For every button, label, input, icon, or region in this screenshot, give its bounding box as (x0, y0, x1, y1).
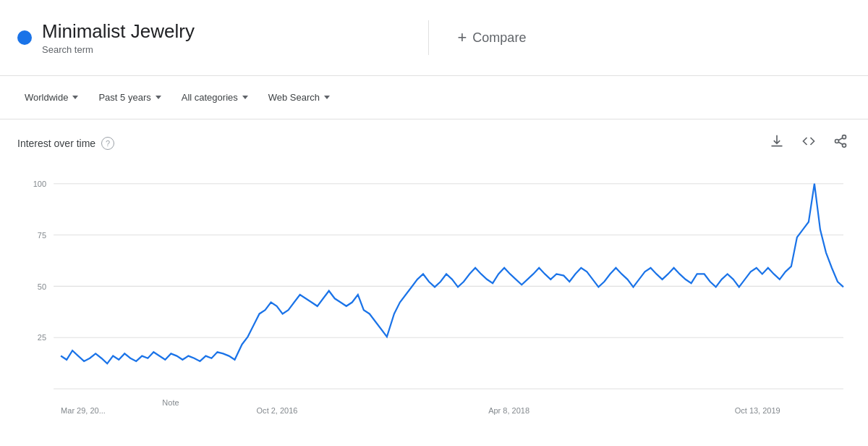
svg-text:25: 25 (38, 333, 46, 342)
type-label: Web Search (268, 92, 320, 103)
svg-point-2 (843, 143, 846, 147)
page-header: Minimalist Jewelry Search term + Compare (0, 0, 868, 76)
type-chevron-icon (324, 96, 330, 99)
category-label: All categories (182, 92, 238, 103)
svg-text:50: 50 (38, 282, 46, 290)
chart-section: Interest over time ? (0, 119, 868, 429)
compare-section: + Compare (429, 28, 851, 47)
svg-text:Mar 29, 20...: Mar 29, 20... (61, 406, 106, 415)
category-chevron-icon (242, 96, 248, 99)
type-filter[interactable]: Web Search (261, 88, 337, 107)
help-icon[interactable]: ? (101, 137, 114, 150)
chart-actions (767, 131, 851, 155)
chart-title: Interest over time (17, 138, 95, 149)
search-term-title: Minimalist Jewelry (42, 20, 195, 43)
term-color-dot (17, 30, 32, 45)
svg-point-0 (843, 135, 846, 139)
category-filter[interactable]: All categories (174, 88, 255, 107)
svg-line-4 (838, 138, 843, 140)
svg-point-1 (835, 140, 839, 143)
svg-text:75: 75 (38, 231, 46, 240)
region-filter[interactable]: Worldwide (17, 88, 85, 107)
chart-container: 100 75 50 25 Mar 29, 20... Oct 2, 2016 A… (17, 161, 851, 429)
time-filter[interactable]: Past 5 years (91, 88, 168, 107)
chart-title-area: Interest over time ? (17, 137, 114, 150)
svg-text:Oct 2, 2016: Oct 2, 2016 (257, 406, 298, 415)
svg-line-3 (838, 142, 843, 144)
search-term-section: Minimalist Jewelry Search term (17, 20, 429, 55)
svg-text:100: 100 (33, 180, 46, 188)
embed-button[interactable] (799, 131, 819, 155)
svg-text:Oct 13, 2019: Oct 13, 2019 (735, 406, 780, 415)
download-button[interactable] (767, 131, 787, 155)
svg-text:Note: Note (162, 398, 179, 407)
search-term-info: Minimalist Jewelry Search term (42, 20, 195, 55)
share-button[interactable] (830, 131, 851, 155)
filters-bar: Worldwide Past 5 years All categories We… (0, 76, 868, 119)
chart-header: Interest over time ? (17, 131, 851, 155)
compare-label: Compare (472, 30, 526, 46)
time-label: Past 5 years (98, 92, 150, 103)
region-label: Worldwide (25, 92, 68, 103)
time-chevron-icon (156, 96, 161, 99)
compare-button[interactable]: + Compare (458, 28, 527, 47)
svg-text:Apr 8, 2018: Apr 8, 2018 (488, 406, 529, 415)
region-chevron-icon (72, 96, 78, 99)
trend-chart-svg: 100 75 50 25 Mar 29, 20... Oct 2, 2016 A… (17, 161, 851, 429)
search-term-subtitle: Search term (42, 44, 195, 55)
plus-icon: + (458, 28, 467, 47)
